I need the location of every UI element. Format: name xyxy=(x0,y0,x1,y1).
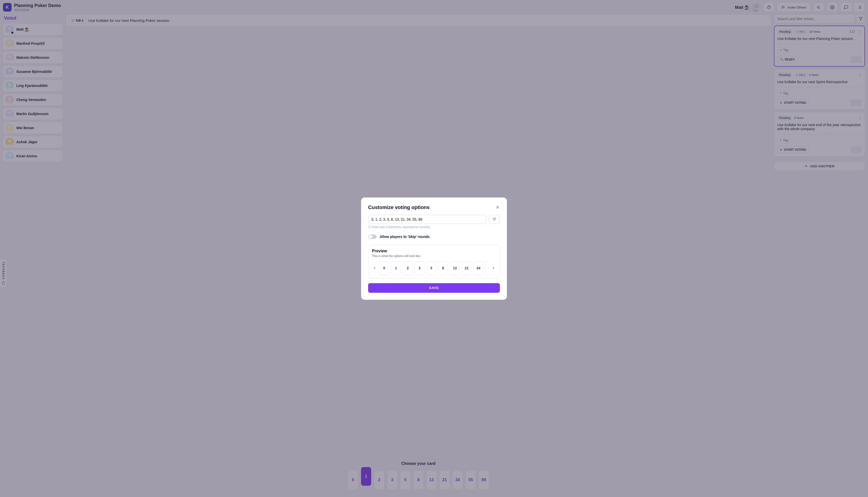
save-button[interactable]: SAVE xyxy=(368,283,500,293)
preview-card: 13 xyxy=(450,261,460,275)
preview-next-button[interactable] xyxy=(491,261,496,275)
preview-card: 8 xyxy=(438,261,448,275)
preview-card: 34 xyxy=(473,261,483,275)
modal-overlay[interactable]: Customize voting options Enter upto 3 ch… xyxy=(0,0,868,497)
chevron-right-icon xyxy=(491,266,496,270)
sort-icon xyxy=(492,217,497,222)
preview-card: 0 xyxy=(379,261,389,275)
skip-rounds-toggle[interactable] xyxy=(368,235,377,239)
preview-card: 2 xyxy=(403,261,413,275)
close-button[interactable] xyxy=(495,205,500,210)
preview-card: 5 xyxy=(426,261,436,275)
modal-title: Customize voting options xyxy=(368,204,495,210)
preview-card-partial xyxy=(485,261,489,275)
input-hint: Enter upto 3 characters, separated by co… xyxy=(368,225,500,228)
preview-title: Preview xyxy=(372,249,496,253)
preview-subtitle: This is what the options will look like. xyxy=(372,254,496,258)
preview-box: Preview This is what the options will lo… xyxy=(368,245,500,279)
preview-card: 3 xyxy=(415,261,425,275)
close-icon xyxy=(495,205,500,210)
skip-rounds-label: Allow players to 'Skip' rounds xyxy=(380,235,430,239)
voting-options-input[interactable] xyxy=(368,215,486,224)
preview-card: 21 xyxy=(461,261,471,275)
chevron-left-icon xyxy=(372,266,377,270)
preview-prev-button[interactable] xyxy=(372,261,377,275)
sort-button[interactable] xyxy=(489,215,500,224)
preview-card: 1 xyxy=(391,261,401,275)
customize-voting-modal: Customize voting options Enter upto 3 ch… xyxy=(361,198,507,300)
info-icon xyxy=(368,225,371,228)
